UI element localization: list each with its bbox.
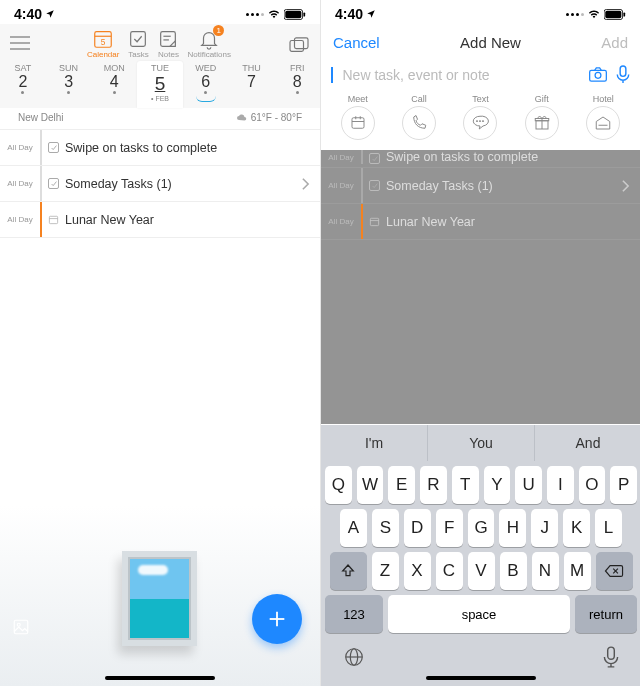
day-sun[interactable]: SUN3 [46,61,92,108]
day-thu[interactable]: THU7 [229,61,275,108]
key-q[interactable]: Q [325,466,352,504]
key-k[interactable]: K [563,509,590,547]
suggestion[interactable]: I'm [321,425,428,461]
day-wed[interactable]: WED6 [183,61,229,108]
camera-icon[interactable] [588,66,608,83]
task-row[interactable]: All DaySomeday Tasks (1) [0,166,320,202]
new-item-input[interactable] [343,67,581,83]
key-d[interactable]: D [404,509,431,547]
city-label: New Delhi [18,112,64,123]
cell-signal-icon [566,13,584,16]
tab-notes[interactable]: Notes [157,28,179,59]
key-j[interactable]: J [531,509,558,547]
key-t[interactable]: T [452,466,479,504]
picture-icon[interactable] [12,618,30,636]
add-button[interactable]: Add [601,34,628,51]
calendar-small-icon [369,216,380,227]
home-indicator[interactable] [426,676,536,680]
key-n[interactable]: N [532,552,559,590]
key-x[interactable]: X [404,552,431,590]
day-tue[interactable]: TUE5• FEB [137,61,183,108]
quick-text[interactable]: Text [463,94,497,140]
notes-icon [157,28,179,50]
svg-rect-39 [370,218,378,225]
cloud-icon [236,113,248,122]
quick-meet[interactable]: Meet [341,94,375,140]
key-h[interactable]: H [499,509,526,547]
cards-icon[interactable] [288,28,310,54]
dictation-icon[interactable] [603,646,619,668]
shift-key[interactable] [330,552,367,590]
key-z[interactable]: Z [372,552,399,590]
key-w[interactable]: W [357,466,384,504]
svg-rect-1 [285,10,301,18]
svg-point-25 [595,72,601,78]
checkbox-icon[interactable] [48,178,59,189]
key-i[interactable]: I [547,466,574,504]
day-fri[interactable]: FRI8 [274,61,320,108]
quick-call[interactable]: Call [402,94,436,140]
checkbox-icon[interactable] [48,142,59,153]
mic-icon[interactable] [616,65,630,84]
quick-label: Gift [535,94,549,104]
key-o[interactable]: O [579,466,606,504]
task-row[interactable]: All DaySwipe on tasks to complete [321,150,640,168]
task-row[interactable]: All DayLunar New Year [0,202,320,238]
svg-point-32 [480,121,481,122]
chevron-right-icon [621,179,630,193]
quick-hotel[interactable]: Hotel [586,94,620,140]
numbers-key[interactable]: 123 [325,595,383,633]
return-key[interactable]: return [575,595,637,633]
task-row[interactable]: All DaySomeday Tasks (1) [321,168,640,204]
key-e[interactable]: E [388,466,415,504]
tab-calendar[interactable]: 5 Calendar [87,28,119,59]
backspace-key[interactable] [596,552,633,590]
wifi-icon [267,9,281,20]
task-text: Someday Tasks (1) [386,179,493,193]
cancel-button[interactable]: Cancel [333,34,380,51]
svg-rect-2 [303,12,305,16]
task-row[interactable]: All DaySwipe on tasks to complete [0,130,320,166]
key-g[interactable]: G [468,509,495,547]
task-text: Swipe on tasks to complete [65,141,217,155]
key-b[interactable]: B [500,552,527,590]
svg-rect-23 [623,12,625,16]
key-p[interactable]: P [610,466,637,504]
key-a[interactable]: A [340,509,367,547]
day-sat[interactable]: SAT2 [0,61,46,108]
checkbox-icon[interactable] [369,180,380,191]
suggestion[interactable]: You [428,425,535,461]
checkbox-icon[interactable] [369,153,380,164]
task-row[interactable]: All DayLunar New Year [321,204,640,240]
tab-notifications[interactable]: 1 Notifications [187,28,231,59]
key-c[interactable]: C [436,552,463,590]
week-bar: SAT2SUN3MON4TUE5• FEBWED6THU7FRI8 [0,59,320,108]
quick-label: Text [472,94,489,104]
space-key[interactable]: space [388,595,570,633]
quick-gift[interactable]: Gift [525,94,559,140]
key-y[interactable]: Y [484,466,511,504]
key-s[interactable]: S [372,509,399,547]
svg-rect-26 [620,66,626,76]
key-v[interactable]: V [468,552,495,590]
tab-tasks[interactable]: Tasks [127,28,149,59]
day-mon[interactable]: MON4 [91,61,137,108]
key-u[interactable]: U [515,466,542,504]
suggestion[interactable]: And [535,425,640,461]
key-r[interactable]: R [420,466,447,504]
add-fab[interactable] [252,594,302,644]
globe-icon[interactable] [343,646,365,668]
svg-point-33 [483,121,484,122]
menu-icon[interactable] [10,28,30,50]
key-m[interactable]: M [564,552,591,590]
shift-icon [340,563,356,579]
home-indicator[interactable] [105,676,215,680]
key-l[interactable]: L [595,509,622,547]
weather-label: 61°F - 80°F [251,112,302,123]
svg-rect-27 [352,118,364,129]
svg-rect-15 [49,216,57,223]
modal-header: Cancel Add New Add [321,24,640,61]
task-text: Someday Tasks (1) [65,177,172,191]
key-f[interactable]: F [436,509,463,547]
task-text: Lunar New Year [65,213,154,227]
